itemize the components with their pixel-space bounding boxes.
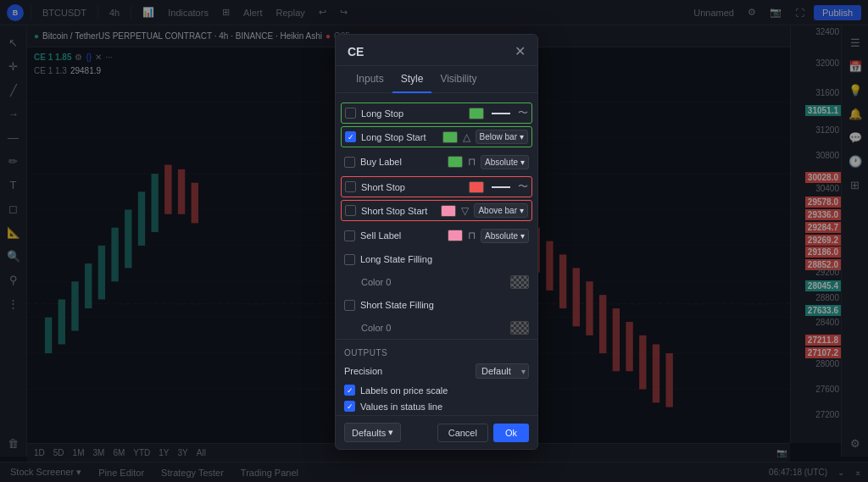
labels-price-scale-label: Labels on price scale [360,385,529,396]
buy-label-dropdown[interactable]: Absolute ▾ [481,155,529,169]
buy-label-chevron: ▾ [520,158,525,167]
short-stop-checkbox[interactable] [345,181,356,192]
modal-content: Long Stop 〜 Long Stop Start △ Below bar … [336,93,537,415]
long-stop-label: Long Stop [361,108,464,119]
short-color0-label: Color 0 [361,323,505,333]
short-stop-row: Short Stop 〜 [341,176,532,197]
short-stop-start-color[interactable] [441,205,456,217]
sell-label-checkbox[interactable] [344,230,355,241]
sell-label-color[interactable] [448,230,463,241]
labels-price-scale-checkbox[interactable] [344,385,355,396]
tab-visibility[interactable]: Visibility [431,66,485,93]
tab-style[interactable]: Style [392,66,432,93]
sell-label-icon: ⊓ [468,230,476,241]
precision-row: Precision Default 0 1 2 3 4 [336,359,537,382]
short-stop-start-dropdown[interactable]: Above bar ▾ [474,203,528,218]
short-state-filling-row: Short State Filling [336,293,537,317]
long-stop-start-dropdown-label: Below bar [480,132,517,141]
long-stop-line[interactable] [489,108,513,119]
sell-label-label: Sell Label [360,230,442,241]
long-stop-row: Long Stop 〜 [341,102,532,124]
defaults-label: Defaults [352,428,386,438]
long-stop-start-label: Long Stop Start [361,132,437,142]
buy-label-color[interactable] [448,156,463,168]
long-color0-label: Color 0 [361,277,505,287]
buy-label-icon: ⊓ [468,156,476,168]
outputs-label: OUTPUTS [336,343,537,359]
precision-label: Precision [344,366,382,376]
values-status-checkbox[interactable] [344,401,355,412]
ok-button[interactable]: Ok [493,424,529,442]
precision-wrap: Default 0 1 2 3 4 [476,363,529,379]
long-color0-swatch[interactable] [510,275,529,289]
long-stop-color[interactable] [469,108,484,119]
arrow-up-icon: △ [463,131,470,143]
values-status-row: Values in status line [336,398,537,414]
long-state-filling-checkbox[interactable] [344,254,355,265]
cancel-button[interactable]: Cancel [437,424,488,442]
buy-label-row: Buy Label ⊓ Absolute ▾ [336,150,537,174]
outputs-section: OUTPUTS Precision Default 0 1 2 3 4 [336,339,537,414]
long-stop-start-checkbox[interactable] [345,131,356,142]
short-state-filling-label: Short State Filling [360,300,529,310]
long-stop-checkbox[interactable] [345,108,356,119]
long-stop-start-dropdown[interactable]: Below bar ▾ [476,130,528,144]
modal-close-button[interactable]: ✕ [515,45,526,58]
defaults-button[interactable]: Defaults ▾ [344,423,401,442]
buy-label-label: Buy Label [360,157,442,167]
footer-right: Cancel Ok [437,424,529,442]
short-stop-start-row: Short Stop Start ▽ Above bar ▾ [341,200,532,221]
above-bar-chevron: ▾ [520,206,524,215]
sell-label-row: Sell Label ⊓ Absolute ▾ [336,224,537,247]
long-state-filling-row: Long State Filling [336,247,537,271]
long-stop-squiggle-icon[interactable]: 〜 [518,106,528,120]
modal-header: CE ✕ [336,35,537,66]
long-stop-start-color[interactable] [442,131,458,143]
long-color0-row: Color 0 [336,271,537,293]
modal-tabs: Inputs Style Visibility [336,66,537,93]
buy-label-checkbox[interactable] [344,157,355,168]
short-stop-label: Short Stop [361,182,464,192]
precision-select[interactable]: Default 0 1 2 3 4 [476,363,529,379]
below-bar-chevron: ▾ [520,132,524,141]
short-state-filling-checkbox[interactable] [344,300,355,311]
sell-label-chevron: ▾ [520,231,525,241]
tab-inputs[interactable]: Inputs [348,66,392,93]
long-stop-start-row: Long Stop Start △ Below bar ▾ [341,126,532,147]
short-stop-start-dropdown-label: Above bar [478,206,517,215]
short-stop-start-checkbox[interactable] [345,205,356,216]
modal-footer: Defaults ▾ Cancel Ok [336,415,537,449]
short-stop-color[interactable] [469,181,484,193]
ce-modal: CE ✕ Inputs Style Visibility Long Stop 〜… [335,34,538,450]
values-status-label: Values in status line [360,402,529,412]
buy-label-dropdown-label: Absolute [485,158,518,167]
long-state-filling-label: Long State Filling [360,254,529,264]
short-color0-row: Color 0 [336,317,537,339]
short-color0-swatch[interactable] [510,321,529,335]
labels-price-scale-row: Labels on price scale [336,382,537,398]
arrow-down-icon: ▽ [461,205,469,217]
short-stop-squiggle-icon[interactable]: 〜 [518,180,528,194]
short-stop-line[interactable] [489,181,513,193]
sell-label-dropdown-label: Absolute [485,231,518,241]
modal-title: CE [348,45,364,58]
defaults-chevron-icon: ▾ [388,427,393,438]
sell-label-dropdown[interactable]: Absolute ▾ [481,229,529,243]
short-stop-start-label: Short Stop Start [361,206,436,216]
